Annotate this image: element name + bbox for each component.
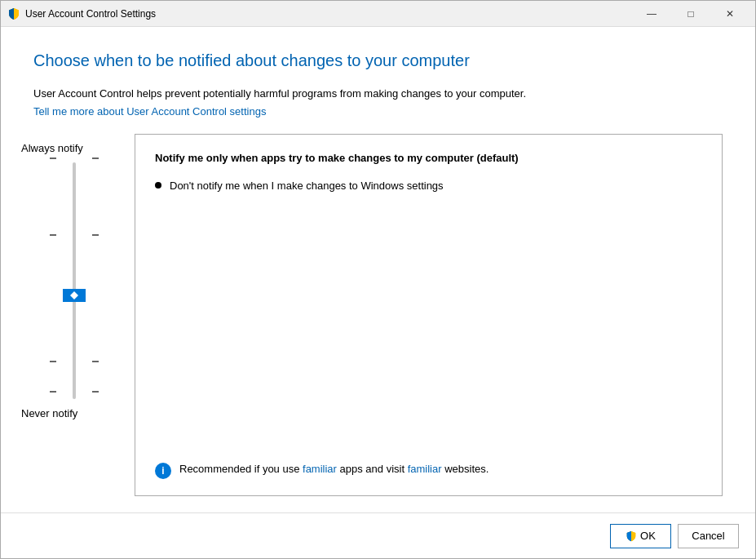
highlight-familiar1: familiar — [303, 463, 337, 475]
main-window: User Account Control Settings — □ ✕ Choo… — [0, 0, 756, 559]
title-bar-left: User Account Control Settings — [7, 7, 156, 20]
bullet-text: Don't notify me when I make changes to W… — [170, 179, 444, 193]
help-link[interactable]: Tell me more about User Account Control … — [33, 105, 723, 118]
info-recommend: Recommended if you use familiar apps and… — [179, 462, 489, 477]
maximize-button[interactable]: □ — [672, 2, 710, 26]
ok-shield-icon — [626, 530, 637, 542]
info-panel: Notify me only when apps try to make cha… — [135, 134, 723, 497]
bullet-dot — [155, 182, 161, 189]
highlight-familiar2: familiar — [408, 463, 442, 475]
shield-icon — [7, 7, 20, 20]
slider-track — [73, 162, 76, 399]
tick-mid1 — [50, 234, 99, 236]
title-bar-buttons: — □ ✕ — [633, 2, 749, 26]
slider-track-area[interactable] — [50, 162, 99, 399]
info-bullet: Don't notify me when I make changes to W… — [155, 179, 702, 193]
slider-section: Always notify — [33, 134, 723, 497]
tick-line-left — [50, 157, 56, 159]
slider-container: Always notify — [33, 134, 115, 497]
ok-button[interactable]: OK — [610, 524, 671, 548]
info-top: Notify me only when apps try to make cha… — [155, 151, 702, 450]
info-title: Notify me only when apps try to make cha… — [155, 151, 702, 166]
title-bar: User Account Control Settings — □ ✕ — [1, 1, 755, 27]
slider-thumb[interactable] — [63, 289, 86, 302]
tick-line-left — [50, 361, 56, 362]
content-area: Choose when to be notified about changes… — [1, 27, 755, 512]
tick-bottom — [50, 391, 99, 393]
tick-line-left — [50, 234, 56, 236]
tick-line-right — [92, 157, 99, 159]
main-heading: Choose when to be notified about changes… — [33, 50, 723, 71]
footer: OK Cancel — [1, 512, 755, 558]
description-text: User Account Control helps prevent poten… — [33, 86, 723, 102]
thumb-right-arrow — [74, 291, 78, 299]
close-button[interactable]: ✕ — [711, 2, 749, 26]
tick-line-left — [50, 391, 56, 393]
tick-line-right — [92, 361, 99, 362]
slider-top-label: Always notify — [21, 142, 83, 154]
info-icon: i — [155, 463, 171, 479]
window-title: User Account Control Settings — [25, 8, 156, 20]
minimize-button[interactable]: — — [633, 2, 670, 26]
tick-line-right — [92, 234, 99, 236]
tick-top — [50, 157, 99, 159]
tick-mid2 — [50, 361, 99, 362]
info-bottom: i Recommended if you use familiar apps a… — [155, 462, 702, 479]
ok-label: OK — [640, 530, 656, 542]
slider-bottom-label: Never notify — [21, 407, 77, 419]
tick-line-right — [92, 391, 99, 393]
cancel-button[interactable]: Cancel — [678, 524, 739, 548]
